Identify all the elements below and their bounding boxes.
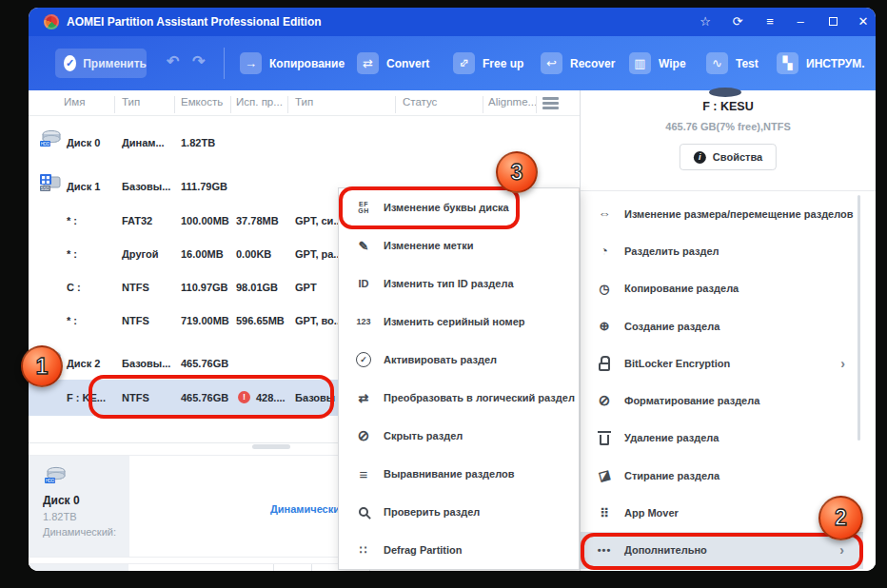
horizontal-scrollbar-thumb[interactable] <box>252 444 290 449</box>
menu-item-change-serial-number[interactable]: 123 Изменить серийный номер <box>339 303 579 341</box>
convert-icon: ⇄ <box>357 52 379 74</box>
cell-capacity: 465.76GB <box>181 358 228 369</box>
sidebar-item-split-partition[interactable]: ◔ Разделить раздел <box>581 232 876 269</box>
menu-item-partition-alignment[interactable]: ≡ Выравнивание разделов <box>339 455 579 493</box>
partition-row[interactable]: * : <box>67 248 77 260</box>
partition-row[interactable]: * : <box>67 315 77 326</box>
close-button[interactable]: ✕ <box>853 8 874 36</box>
column-header-used[interactable]: Исп. пр... <box>236 96 283 108</box>
sidebar-item-delete-partition[interactable]: Удаление раздела <box>581 420 876 457</box>
sidebar-item-label: Стирание раздела <box>624 470 719 481</box>
list-view-icon[interactable] <box>542 97 559 100</box>
sidebar-item-resize-move[interactable]: ⇔ Изменение размера/перемещение разделов <box>581 195 876 232</box>
menu-item-convert-to-logical[interactable]: ⇄ Преобразовать в логический раздел <box>339 379 579 417</box>
menu-item-label: Активировать раздел <box>384 354 497 365</box>
disk-row[interactable]: Диск 1 <box>67 181 100 192</box>
cell-type: NTFS <box>122 282 149 293</box>
chevron-right-icon: › <box>840 356 845 371</box>
cell-type: Другой <box>122 248 158 260</box>
hamburger-menu-icon[interactable]: ≡ <box>759 8 780 36</box>
serial-number-icon: 123 <box>352 317 375 326</box>
favorite-star-icon[interactable]: ☆ <box>695 8 716 36</box>
defrag-icon: ∷ <box>352 543 375 557</box>
toolbar-button-recover[interactable]: ↩ Recover <box>541 52 615 74</box>
menu-item-set-active[interactable]: ✓ Активировать раздел <box>339 341 579 379</box>
header-separator <box>114 96 115 113</box>
sidebar-item-copy-partition[interactable]: ◷ Копирование раздела <box>581 270 876 307</box>
toolbar-button-tools[interactable]: ▚ ИНСТРУМ. <box>777 52 865 74</box>
cell-capacity: 1.82TB <box>181 137 215 148</box>
resize-move-icon: ⇔ <box>593 206 616 221</box>
callout-step-1: 1 <box>21 345 63 387</box>
cell-type: Базовы... <box>122 358 170 369</box>
header-divider <box>29 115 580 116</box>
sidebar-item-label: Форматирование раздела <box>624 395 759 406</box>
apply-button[interactable]: ✓ Применить <box>55 49 147 78</box>
properties-button[interactable]: i Свойства <box>680 144 777 170</box>
toolbar-button-convert[interactable]: ⇄ Convert <box>357 52 429 74</box>
menu-item-label: Проверить раздел <box>384 506 480 518</box>
cell-scheme: GPT, во... <box>295 315 343 326</box>
menu-item-label: Выравнивание разделов <box>384 468 515 480</box>
disk-graphic-partial <box>709 88 741 97</box>
annotation-box-change-letter <box>339 186 520 229</box>
toolbar-button-free-up[interactable]: ⇕ Free up <box>453 52 523 74</box>
context-menu: EFGH Изменение буквы диска ✎ Изменение м… <box>338 187 580 570</box>
sidebar-item-label: App Mover <box>624 507 679 519</box>
column-header-capacity[interactable]: Емкость <box>181 96 223 108</box>
app-mover-icon: ⠿ <box>593 506 616 520</box>
id-icon: ID <box>352 278 375 289</box>
sidebar-scrollbar-thumb[interactable] <box>857 195 860 441</box>
column-header-type[interactable]: Тип <box>122 96 140 108</box>
activate-icon: ✓ <box>352 352 375 367</box>
main-area: Имя Тип Емкость Исп. пр... Тип Статус Al… <box>29 90 876 571</box>
sidebar-item-format-partition[interactable]: ⊘ Форматирование раздела <box>581 382 876 419</box>
refresh-icon[interactable]: ⟳ <box>727 8 748 36</box>
column-header-scheme[interactable]: Тип <box>295 96 313 108</box>
toolbar-button-label: Копирование <box>269 57 345 70</box>
lock-icon <box>593 356 616 371</box>
redo-icon[interactable]: ↷ <box>192 52 205 70</box>
partition-row[interactable]: C : <box>67 282 81 293</box>
minimize-button[interactable]: – <box>790 8 811 36</box>
next-disk-header-sliver <box>29 564 128 571</box>
sidebar-divider <box>581 190 876 191</box>
toolbar-button-test[interactable]: ∿ Test <box>706 52 759 74</box>
partition-name: F : KESU <box>581 100 876 113</box>
toolbar-button-wipe[interactable]: ▥ Wipe <box>629 52 686 74</box>
cell-capacity: 719.00MB <box>181 315 229 326</box>
cell-used: 0.00KB <box>236 248 271 260</box>
menu-item-change-partition-id[interactable]: ID Изменить тип ID раздела <box>339 265 579 303</box>
partition-row[interactable]: * : <box>67 215 77 226</box>
undo-icon[interactable]: ↶ <box>167 52 179 70</box>
cell-border <box>273 564 274 571</box>
disk-row[interactable]: Диск 2 <box>67 358 100 369</box>
sidebar-item-create-partition[interactable]: ⊕ Создание раздела <box>581 307 876 344</box>
disk-row[interactable]: Диск 0 <box>67 137 100 148</box>
eraser-icon: ◪ <box>593 468 616 482</box>
sidebar-item-bitlocker[interactable]: BitLocker Encryption › <box>581 344 876 382</box>
sidebar-item-wipe-partition[interactable]: ◪ Стирание раздела <box>581 457 876 494</box>
header-separator <box>483 96 483 113</box>
trash-icon <box>593 430 616 445</box>
column-header-status[interactable]: Статус <box>403 96 437 108</box>
ssd-disk-icon: SSD <box>38 172 63 197</box>
toolbar-button-label: Wipe <box>659 57 686 70</box>
check-icon: ✓ <box>64 55 76 71</box>
header-separator <box>536 96 537 113</box>
disk-map-capacity: 1.82TB <box>43 511 129 522</box>
column-header-name[interactable]: Имя <box>64 96 85 108</box>
maximize-button[interactable] <box>822 8 843 36</box>
menu-item-change-label[interactable]: ✎ Изменение метки <box>339 226 579 265</box>
menu-item-hide-partition[interactable]: ⊘ Скрыть раздел <box>339 417 579 455</box>
menu-item-check-partition[interactable]: Проверить раздел <box>339 493 579 531</box>
annotation-box-advanced <box>581 533 863 570</box>
copy-icon: → <box>240 52 262 74</box>
disk-map-header[interactable]: HDD Диск 0 1.82TB Динамический: <box>30 456 129 557</box>
menu-item-defrag-partition[interactable]: ∷ Defrag Partition <box>339 531 579 569</box>
column-header-alignment[interactable]: Alignme... <box>488 96 537 108</box>
properties-button-label: Свойства <box>713 151 762 163</box>
create-partition-icon: ⊕ <box>593 319 616 333</box>
svg-text:HDD: HDD <box>46 479 55 483</box>
toolbar-button-copy[interactable]: → Копирование <box>240 52 345 74</box>
